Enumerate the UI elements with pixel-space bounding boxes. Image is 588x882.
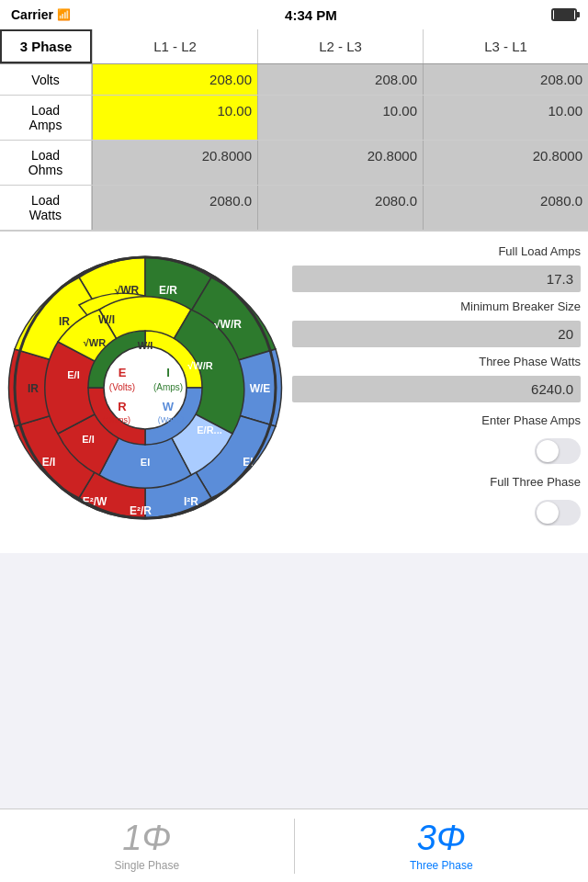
full-three-phase-label: Full Three Phase: [292, 475, 581, 489]
svg-text:√W/R: √W/R: [214, 318, 242, 331]
three-phase-watts-value: 6240.0: [292, 376, 581, 402]
tab-bar: 1Φ Single Phase 3Φ Three Phase: [0, 808, 588, 882]
single-phase-icon: 1Φ: [122, 820, 171, 855]
three-phase-icon: 3Φ: [417, 820, 466, 855]
svg-text:W/E: W/E: [250, 382, 271, 395]
cell-c1: 20.8000: [92, 141, 257, 185]
svg-text:√WR: √WR: [115, 284, 140, 297]
svg-text:W: W: [163, 400, 175, 413]
status-time: 4:34 PM: [285, 7, 337, 23]
svg-text:(Volts): (Volts): [109, 382, 135, 392]
svg-text:(Watts): (Watts): [158, 415, 185, 424]
svg-text:IR: IR: [59, 315, 70, 328]
svg-text:R: R: [118, 400, 127, 413]
cell-c2: 20.8000: [257, 141, 423, 185]
svg-text:E²/W: E²/W: [83, 495, 107, 508]
battery-icon: [551, 8, 577, 21]
cell-c2: 2080.0: [257, 186, 423, 230]
svg-text:E²/R: E²/R: [130, 504, 152, 517]
col-header-l3l1: L3 - L1: [423, 29, 588, 63]
svg-text:IR: IR: [28, 382, 39, 395]
svg-text:E/I: E/I: [82, 434, 94, 445]
min-breaker-value: 20: [292, 321, 581, 347]
svg-text:(Amps): (Amps): [153, 382, 183, 392]
svg-text:E/I: E/I: [42, 456, 56, 469]
table-rows: Volts208.00208.00208.00Load Amps10.0010.…: [0, 64, 588, 231]
cell-c3: 10.00: [423, 96, 588, 140]
svg-text:√WR: √WR: [84, 337, 106, 348]
col-header-l1l2: L1 - L2: [92, 29, 257, 63]
cell-c2: 208.00: [257, 64, 423, 95]
carrier-label: Carrier: [11, 7, 53, 22]
table-row: Load Amps10.0010.0010.00: [0, 96, 588, 141]
cell-c3: 20.8000: [423, 141, 588, 185]
svg-text:E/R...: E/R...: [197, 424, 222, 435]
svg-text:W/I: W/I: [138, 340, 153, 351]
cell-c1[interactable]: 208.00: [92, 64, 257, 95]
svg-text:I²R: I²R: [184, 495, 198, 508]
three-phase-label: Three Phase: [410, 859, 473, 872]
row-label: Load Amps: [0, 96, 92, 140]
full-load-amps-value: 17.3: [292, 266, 581, 292]
svg-text:E/I: E/I: [67, 369, 79, 380]
phase-label[interactable]: 3 Phase: [0, 29, 92, 63]
carrier-text: Carrier 📶: [11, 7, 71, 22]
row-label: Load Watts: [0, 186, 92, 230]
table-row: Volts208.00208.00208.00: [0, 64, 588, 96]
svg-text:√W/R: √W/R: [187, 360, 212, 371]
circle-svg: √WR W/I E/R √W/R W/E EI I²R E²/R E²/W E/…: [7, 250, 283, 526]
ohms-law-circle: √WR W/I E/R √W/R W/E EI I²R E²/R E²/W E/…: [7, 250, 283, 544]
tab-three-phase[interactable]: 3Φ Three Phase: [295, 813, 589, 879]
right-panel: Full Load Amps 17.3 Minimum Breaker Size…: [292, 241, 581, 544]
svg-text:W/I: W/I: [98, 313, 115, 326]
toggle-knob-phase-amps: [537, 440, 559, 462]
col-header-l2l3: L2 - L3: [257, 29, 423, 63]
cell-c3: 2080.0: [423, 186, 588, 230]
wifi-icon: 📶: [57, 8, 71, 21]
cell-c1[interactable]: 10.00: [92, 96, 257, 140]
svg-text:E: E: [119, 366, 127, 379]
table-row: Load Ohms20.800020.800020.8000: [0, 141, 588, 186]
svg-text:(Ohms): (Ohms): [103, 415, 130, 424]
lower-section: √WR W/I E/R √W/R W/E EI I²R E²/R E²/W E/…: [0, 232, 588, 553]
svg-text:E/R: E/R: [159, 284, 177, 297]
table-header: 3 Phase L1 - L2 L2 - L3 L3 - L1: [0, 29, 588, 64]
cell-c1: 2080.0: [92, 186, 257, 230]
toggle-knob-full-three: [537, 502, 559, 524]
full-three-phase-toggle[interactable]: [535, 500, 581, 526]
status-bar: Carrier 📶 4:34 PM: [0, 0, 588, 29]
main-table: 3 Phase L1 - L2 L2 - L3 L3 - L1 Volts208…: [0, 29, 588, 232]
min-breaker-label: Minimum Breaker Size: [292, 300, 581, 313]
full-load-amps-label: Full Load Amps: [292, 244, 581, 258]
tab-single-phase[interactable]: 1Φ Single Phase: [0, 813, 294, 879]
svg-text:EI: EI: [141, 457, 150, 468]
row-label: Volts: [0, 64, 92, 95]
svg-text:I: I: [166, 366, 170, 379]
battery-fill: [554, 10, 574, 19]
cell-c3: 208.00: [423, 64, 588, 95]
single-phase-label: Single Phase: [114, 859, 179, 872]
cell-c2: 10.00: [257, 96, 423, 140]
row-label: Load Ohms: [0, 141, 92, 185]
three-phase-watts-label: Three Phase Watts: [292, 355, 581, 368]
enter-phase-amps-toggle[interactable]: [535, 438, 581, 464]
table-row: Load Watts2080.02080.02080.0: [0, 186, 588, 231]
enter-phase-amps-label: Enter Phase Amps: [292, 413, 581, 427]
